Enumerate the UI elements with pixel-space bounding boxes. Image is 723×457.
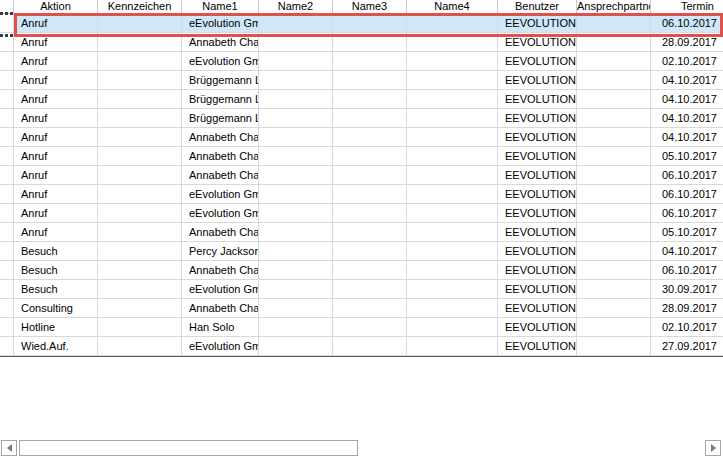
- row-header[interactable]: [0, 166, 14, 184]
- cell-name2: [259, 33, 333, 51]
- table-row[interactable]: ConsultingAnnabeth ChaseEEVOLUTION28.09.…: [0, 299, 723, 318]
- cell-ansprechpartner: [577, 261, 651, 279]
- cell-kennzeichen: [98, 166, 182, 184]
- cell-name1: Annabeth Chase: [182, 166, 259, 184]
- cell-ansprechpartner: [577, 280, 651, 298]
- right-triangle-icon: [711, 444, 716, 452]
- cell-termin: 04.10.2017: [651, 242, 723, 260]
- cell-aktion: Anruf: [14, 14, 98, 32]
- cell-name3: [333, 166, 407, 184]
- cell-name2: [259, 71, 333, 89]
- cell-name1: eEvolution Gmb: [182, 52, 259, 70]
- table-row[interactable]: Wied.Auf.eEvolution GmbEEVOLUTION27.09.2…: [0, 337, 723, 356]
- cell-benutzer: EEVOLUTION: [498, 280, 577, 298]
- horizontal-scrollbar[interactable]: [0, 440, 723, 457]
- cell-benutzer: EEVOLUTION: [498, 33, 577, 51]
- cell-name4: [407, 204, 498, 222]
- cell-benutzer: EEVOLUTION: [498, 223, 577, 241]
- scroll-left-button[interactable]: [1, 440, 17, 456]
- table-row[interactable]: AnrufBrüggemann LuiEEVOLUTION04.10.2017: [0, 90, 723, 109]
- cell-name4: [407, 299, 498, 317]
- table-row[interactable]: AnrufAnnabeth ChaseEEVOLUTION28.09.2017: [0, 33, 723, 52]
- scrollbar-thumb[interactable]: [19, 440, 358, 456]
- table-body: AnrufeEvolution GmbEEVOLUTION06.10.2017A…: [0, 14, 723, 357]
- cell-ansprechpartner: [577, 52, 651, 70]
- row-header[interactable]: [0, 223, 14, 241]
- cell-name4: [407, 318, 498, 336]
- row-header[interactable]: [0, 280, 14, 298]
- row-header[interactable]: [0, 52, 14, 70]
- table-row[interactable]: AnrufeEvolution GmbEEVOLUTION02.10.2017: [0, 52, 723, 71]
- cell-aktion: Anruf: [14, 166, 98, 184]
- row-header[interactable]: [0, 318, 14, 336]
- table-row[interactable]: AnrufeEvolution GmbEEVOLUTION06.10.2017: [0, 185, 723, 204]
- cell-kennzeichen: [98, 318, 182, 336]
- cell-name1: Percy Jackson: [182, 242, 259, 260]
- column-header-termin[interactable]: Termin: [651, 0, 723, 13]
- column-header-name1[interactable]: Name1: [182, 0, 259, 13]
- row-header[interactable]: [0, 33, 14, 51]
- cell-name3: [333, 204, 407, 222]
- row-header[interactable]: [0, 109, 14, 127]
- cell-name4: [407, 71, 498, 89]
- row-header[interactable]: [0, 242, 14, 260]
- cell-name1: Brüggemann Lui: [182, 90, 259, 108]
- column-header-name3[interactable]: Name3: [333, 0, 407, 13]
- column-header-benutzer[interactable]: Benutzer: [498, 0, 577, 13]
- column-header-ansprechpartner[interactable]: Ansprechpartner: [577, 0, 651, 13]
- table-row[interactable]: BesucheEvolution GmbEEVOLUTION30.09.2017: [0, 280, 723, 299]
- cell-aktion: Anruf: [14, 52, 98, 70]
- cell-ansprechpartner: [577, 204, 651, 222]
- row-header[interactable]: [0, 299, 14, 317]
- cell-name2: [259, 280, 333, 298]
- row-header[interactable]: [0, 185, 14, 203]
- cell-benutzer: EEVOLUTION: [498, 185, 577, 203]
- table-row[interactable]: AnrufeEvolution GmbEEVOLUTION06.10.2017: [0, 204, 723, 223]
- cell-aktion: Anruf: [14, 128, 98, 146]
- cell-ansprechpartner: [577, 33, 651, 51]
- table-row[interactable]: AnrufAnnabeth ChaseEEVOLUTION05.10.2017: [0, 223, 723, 242]
- row-header[interactable]: [0, 71, 14, 89]
- column-header-aktion[interactable]: Aktion: [14, 0, 98, 13]
- table-row[interactable]: AnrufBrüggemann LuiEEVOLUTION04.10.2017: [0, 109, 723, 128]
- row-header[interactable]: [0, 204, 14, 222]
- cell-aktion: Besuch: [14, 242, 98, 260]
- cell-name1: Annabeth Chase: [182, 128, 259, 146]
- table-row[interactable]: AnrufAnnabeth ChaseEEVOLUTION04.10.2017: [0, 128, 723, 147]
- row-header[interactable]: [0, 261, 14, 279]
- cell-name1: Annabeth Chase: [182, 33, 259, 51]
- cell-termin: 05.10.2017: [651, 147, 723, 165]
- cell-name2: [259, 261, 333, 279]
- cell-kennzeichen: [98, 337, 182, 355]
- table-row[interactable]: BesuchAnnabeth ChaseEEVOLUTION06.10.2017: [0, 261, 723, 280]
- cell-name3: [333, 185, 407, 203]
- cell-benutzer: EEVOLUTION: [498, 128, 577, 146]
- cell-name3: [333, 318, 407, 336]
- row-header[interactable]: [0, 128, 14, 146]
- table-row[interactable]: HotlineHan SoloEEVOLUTION02.10.2017: [0, 318, 723, 337]
- cell-name2: [259, 14, 333, 32]
- column-header-kennzeichen[interactable]: Kennzeichen: [98, 0, 182, 13]
- cell-benutzer: EEVOLUTION: [498, 204, 577, 222]
- table-row[interactable]: AnrufAnnabeth ChaseEEVOLUTION05.10.2017: [0, 147, 723, 166]
- table-row[interactable]: AnrufBrüggemann LuiEEVOLUTION04.10.2017: [0, 71, 723, 90]
- scroll-right-button[interactable]: [705, 440, 721, 456]
- cell-name4: [407, 261, 498, 279]
- row-header[interactable]: [0, 90, 14, 108]
- cell-name4: [407, 109, 498, 127]
- row-header[interactable]: [0, 14, 14, 32]
- column-header-name4[interactable]: Name4: [407, 0, 498, 13]
- row-header[interactable]: [0, 147, 14, 165]
- cell-name1: eEvolution Gmb: [182, 204, 259, 222]
- column-header-name2[interactable]: Name2: [259, 0, 333, 13]
- table-row[interactable]: BesuchPercy JacksonEEVOLUTION04.10.2017: [0, 242, 723, 261]
- cell-benutzer: EEVOLUTION: [498, 147, 577, 165]
- cell-name1: Brüggemann Lui: [182, 71, 259, 89]
- cell-benutzer: EEVOLUTION: [498, 337, 577, 355]
- row-header[interactable]: [0, 337, 14, 355]
- table-row[interactable]: AnrufeEvolution GmbEEVOLUTION06.10.2017: [0, 14, 723, 33]
- cell-kennzeichen: [98, 33, 182, 51]
- cell-name1: eEvolution Gmb: [182, 337, 259, 355]
- cell-benutzer: EEVOLUTION: [498, 261, 577, 279]
- table-row[interactable]: AnrufAnnabeth ChaseEEVOLUTION06.10.2017: [0, 166, 723, 185]
